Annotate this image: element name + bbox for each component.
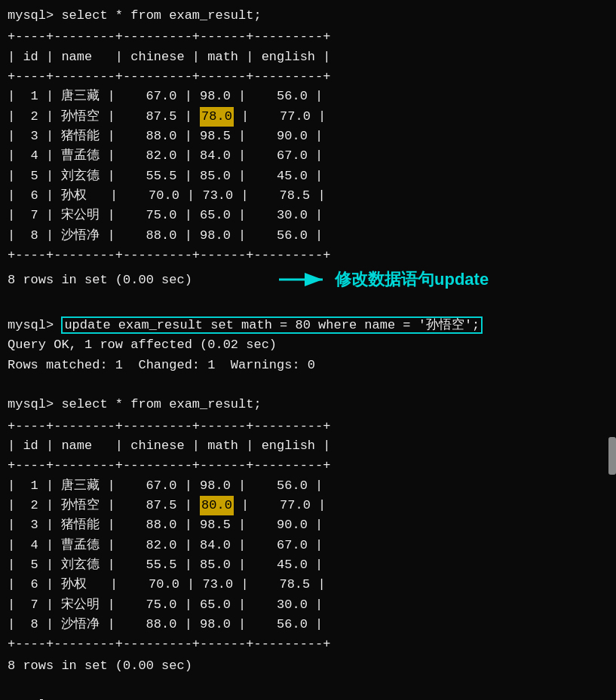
table2-row7: | 7 | 宋公明 | 75.0 | 65.0 | 30.0 | <box>8 595 608 615</box>
table2-row8: | 8 | 沙悟净 | 88.0 | 98.0 | 56.0 | <box>8 615 608 634</box>
table2-header: | id | name | chinese | math | english | <box>8 436 608 456</box>
arrow-icon <box>279 269 332 290</box>
annotation-label: 修改数据语句update <box>335 268 489 291</box>
prompt2: mysql> <box>8 397 61 411</box>
update-cmd-box: update exam_result set math = 80 where n… <box>61 316 483 334</box>
blank1 <box>8 295 608 315</box>
table1-divider-bot: +----+--------+---------+------+--------… <box>8 246 608 265</box>
highlight-cell-78: 78.0 <box>200 107 234 127</box>
table1-row3: | 3 | 猪悟能 | 88.0 | 98.5 | 90.0 | <box>8 127 608 146</box>
result1-row: 8 rows in set (0.00 sec) 修改数据语句update <box>8 267 608 294</box>
blank2 <box>8 375 608 395</box>
table1-row5: | 5 | 刘玄德 | 55.5 | 85.0 | 45.0 | <box>8 167 608 186</box>
table2-divider-top: +----+--------+---------+------+--------… <box>8 417 608 436</box>
table1-row7: | 7 | 宋公明 | 75.0 | 65.0 | 30.0 | <box>8 206 608 225</box>
scrollbar[interactable] <box>608 437 616 475</box>
blank3 <box>8 676 608 695</box>
table1: +----+--------+---------+------+--------… <box>8 27 608 265</box>
cmd1: select * from exam_result; <box>61 8 261 23</box>
table2-divider-bot: +----+--------+---------+------+--------… <box>8 634 608 654</box>
table2-row2: | 2 | 孙悟空 | 87.5 | 80.0 | 77.0 | <box>8 496 608 515</box>
table2-row6: | 6 | 孙权 | 70.0 | 73.0 | 78.5 | <box>8 575 608 595</box>
update-cmd-text: update exam_result set math = 80 where n… <box>64 318 480 332</box>
table2-row1: | 1 | 唐三藏 | 67.0 | 98.0 | 56.0 | <box>8 476 608 496</box>
table1-row2: | 2 | 孙悟空 | 87.5 | 78.0 | 77.0 | <box>8 107 608 127</box>
table1-row8: | 8 | 沙悟净 | 88.0 | 98.0 | 56.0 | <box>8 226 608 246</box>
table1-header: | id | name | chinese | math | english | <box>8 47 608 67</box>
table1-divider-top: +----+--------+---------+------+--------… <box>8 27 608 47</box>
table2-row5: | 5 | 刘玄德 | 55.5 | 85.0 | 45.0 | <box>8 555 608 575</box>
table1-row1: | 1 | 唐三藏 | 67.0 | 98.0 | 56.0 | <box>8 87 608 106</box>
query2-line: mysql> select * from exam_result; <box>8 395 608 414</box>
update-result1: Query OK, 1 row affected (0.02 sec) <box>8 335 608 355</box>
query1-line: mysql> select * from exam_result; <box>8 6 608 26</box>
result1-text: 8 rows in set (0.00 sec) <box>8 267 192 294</box>
update-prompt: mysql> <box>8 318 61 332</box>
annotation-container: 修改数据语句update <box>279 268 489 291</box>
table1-row4: | 4 | 曹孟德 | 82.0 | 84.0 | 67.0 | <box>8 146 608 166</box>
update-cmd-line: mysql> update exam_result set math = 80 … <box>8 316 608 335</box>
table2-row3: | 3 | 猪悟能 | 88.0 | 98.5 | 90.0 | <box>8 515 608 535</box>
final-prompt-line: mysql> _ <box>8 695 608 700</box>
table2: +----+--------+---------+------+--------… <box>8 417 608 655</box>
result2-text: 8 rows in set (0.00 sec) <box>8 656 608 676</box>
table2-divider-mid: +----+--------+---------+------+--------… <box>8 456 608 475</box>
table2-row4: | 4 | 曹孟德 | 82.0 | 84.0 | 67.0 | <box>8 536 608 555</box>
update-result2: Rows matched: 1 Changed: 1 Warnings: 0 <box>8 356 608 375</box>
highlight-cell-80: 80.0 <box>200 496 234 515</box>
table1-row6: | 6 | 孙权 | 70.0 | 73.0 | 78.5 | <box>8 186 608 206</box>
cmd2: select * from exam_result; <box>61 397 261 411</box>
table1-divider-mid: +----+--------+---------+------+--------… <box>8 67 608 87</box>
prompt1: mysql> <box>8 8 61 23</box>
